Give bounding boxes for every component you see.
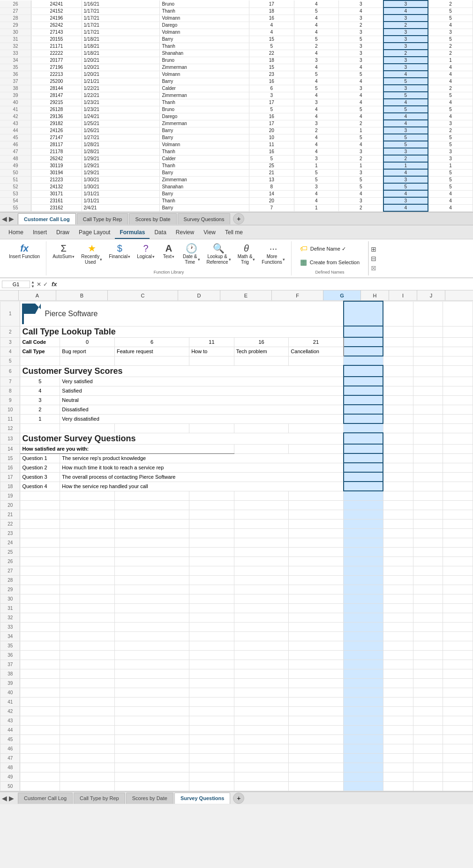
more-functions-button[interactable]: ··· MoreFunctions ▾ [259,242,287,267]
cell-id[interactable]: 21223 [31,176,82,183]
cell-h[interactable]: 2 [428,43,473,50]
empty-cell[interactable] [383,519,413,528]
empty-cell[interactable] [383,622,413,631]
empty-cell[interactable] [443,423,473,433]
empty-cell[interactable] [115,744,189,753]
empty-cell[interactable] [115,528,189,538]
empty-cell[interactable] [413,510,443,519]
cell-f[interactable]: 4 [338,7,383,15]
cell-g-4[interactable] [344,347,383,356]
cell-name[interactable]: Thanh [160,162,249,169]
cell-e[interactable]: 5 [294,176,338,183]
bottom-tab-scores-by-date[interactable]: Scores by Date [126,793,173,804]
empty-cell[interactable] [344,660,383,669]
lookup-reference-dropdown[interactable]: ▾ [229,257,231,262]
cell-j-11[interactable] [443,414,473,423]
cell-d[interactable]: 5 [249,155,294,162]
empty-cell[interactable] [383,753,413,763]
empty-cell[interactable] [344,547,383,556]
cell-h[interactable]: 3 [428,29,473,36]
cell-f[interactable]: 4 [338,141,383,148]
cell-ref-input[interactable] [2,281,30,288]
cell-name[interactable]: Barry [160,134,249,141]
formula-cancel-icon[interactable]: ✕ [37,281,41,288]
cell-d[interactable]: 17 [249,120,294,127]
cell-g[interactable]: 4 [383,120,428,127]
cell-h-11[interactable] [383,414,413,423]
empty-cell[interactable] [20,631,60,641]
cell-g-18[interactable] [344,482,383,491]
cell-id[interactable]: 29182 [31,120,82,127]
empty-cell[interactable] [234,688,289,697]
col-header-c[interactable]: C [108,290,178,300]
empty-cell[interactable] [383,566,413,575]
cell-f[interactable]: 2 [338,155,383,162]
cell-date[interactable]: 1/17/21 [82,7,160,15]
empty-cell[interactable] [20,566,60,575]
empty-cell[interactable] [413,660,443,669]
cell-h[interactable]: 4 [428,22,473,29]
cell-id[interactable]: 29136 [31,113,82,120]
cell-d[interactable]: 20 [249,127,294,134]
cell-j-13[interactable] [443,433,473,444]
add-sheet-button-bottom[interactable]: + [233,793,244,804]
cell-f[interactable]: 3 [338,197,383,204]
empty-cell[interactable] [20,716,60,725]
code-11[interactable]: 11 [189,337,234,347]
cell-f[interactable]: 3 [338,169,383,176]
cell-h[interactable]: 4 [428,78,473,85]
empty-cell[interactable] [443,753,473,763]
col-header-a[interactable]: A [19,290,56,300]
empty-cell[interactable] [443,678,473,688]
empty-cell[interactable] [413,725,443,734]
empty-cell[interactable] [60,781,115,791]
empty-cell[interactable] [383,781,413,791]
empty-cell[interactable] [20,697,60,706]
cell-h[interactable]: 4 [428,99,473,106]
top-sheet-row[interactable]: 28 24196 1/17/21 Volmann 16 4 3 3 5 [0,15,473,22]
empty-cell[interactable] [289,763,344,772]
top-sheet-row[interactable]: 29 26242 1/17/21 Darego 4 4 2 2 4 [0,22,473,29]
cell-id[interactable]: 28144 [31,85,82,92]
top-sheet-row[interactable]: 33 22222 1/18/21 Shanahan 22 4 3 2 2 [0,50,473,57]
empty-cell[interactable] [289,669,344,678]
empty-cell[interactable] [413,556,443,566]
empty-cell[interactable] [234,744,289,753]
cell-name[interactable]: Bruno [160,106,249,113]
empty-cell[interactable] [189,622,234,631]
cell-g[interactable]: 3 [383,0,428,7]
top-sheet-row[interactable]: 55 23162 2/4/21 Barry 7 1 2 4 4 [0,204,473,211]
cell-date[interactable]: 1/29/21 [82,169,160,176]
empty-cell[interactable] [60,613,115,622]
code-6[interactable]: 6 [115,337,189,347]
cell-f[interactable]: 3 [338,43,383,50]
cell-g-3[interactable] [344,337,383,347]
cell-d[interactable]: 8 [249,183,294,190]
cell-g[interactable]: 5 [383,106,428,113]
ribbon-tab-data[interactable]: Data [150,227,171,239]
cell-h-3[interactable] [383,337,413,347]
cell-h-9[interactable] [383,395,413,405]
cell-d[interactable]: 10 [249,134,294,141]
cell-d[interactable]: 20 [249,197,294,204]
empty-cell[interactable] [443,547,473,556]
empty-cell[interactable] [189,688,234,697]
cell-f[interactable]: 1 [338,127,383,134]
empty-cell[interactable] [60,594,115,603]
empty-cell[interactable] [20,744,60,753]
empty-cell[interactable] [20,781,60,791]
empty-cell[interactable] [383,641,413,650]
empty-cell[interactable] [443,594,473,603]
cell-i-9[interactable] [413,395,443,405]
cell-name[interactable]: Zimmerman [160,176,249,183]
cell-e[interactable]: 4 [294,92,338,99]
empty-cell[interactable] [413,423,443,433]
empty-cell[interactable] [413,566,443,575]
cell-g[interactable]: 4 [383,204,428,211]
empty-cell[interactable] [344,510,383,519]
col-header-j[interactable]: J [417,290,445,300]
cell-j-3[interactable] [443,337,473,347]
cell-h[interactable]: 2 [428,85,473,92]
empty-cell[interactable] [413,744,443,753]
code-0[interactable]: 0 [60,337,115,347]
